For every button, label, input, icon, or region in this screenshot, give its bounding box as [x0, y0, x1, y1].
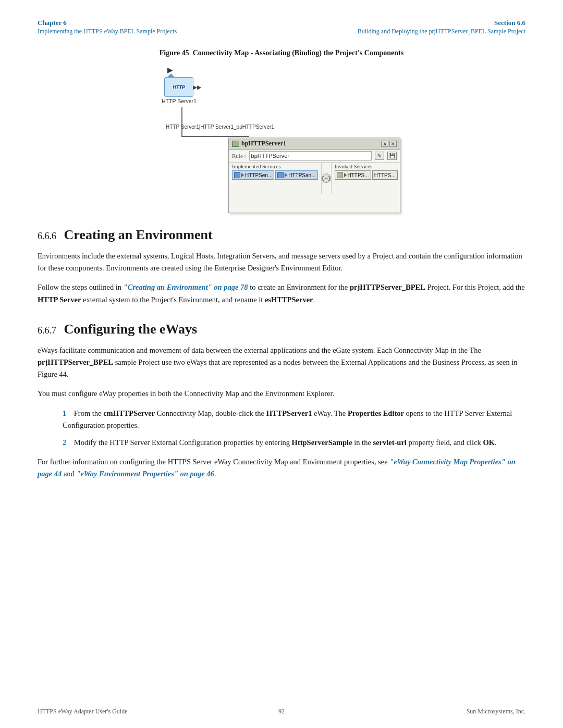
- impl-service-icon-2: [277, 172, 284, 178]
- footer-right: Sun Microsystems, Inc.: [467, 708, 525, 715]
- http-server-node: ▶ HTTP ▶▶ HTTP Server1: [162, 72, 197, 104]
- impl-services-header: Implemented Services: [232, 164, 318, 169]
- impl-services-list: HTTPSen... HTTPSan...: [232, 170, 318, 181]
- figure-label: Figure 45 Connectivity Map - Associating…: [160, 49, 403, 57]
- eway-environment-link[interactable]: "eWay Environment Properties" on page 46: [77, 470, 214, 478]
- impl-service-label-2: HTTPSan...: [288, 172, 315, 178]
- invoked-services-header: Invoked Services: [335, 164, 398, 169]
- figure-caption: Figure 45 Connectivity Map - Associating…: [38, 49, 525, 57]
- section-666-title: Creating an Environment: [64, 227, 213, 242]
- list-item-2: 2 Modify the HTTP Server External Config…: [63, 437, 525, 449]
- rule-btn2[interactable]: 💾: [387, 152, 397, 160]
- section-666-number: 6.6.6: [38, 231, 56, 241]
- bpel-panel: bpHTTPServer1 ∧ ✕ Rule : ✎ 💾: [228, 138, 400, 213]
- implemented-services-col: Implemented Services HTTPSen...: [229, 163, 322, 194]
- rule-input[interactable]: [249, 151, 372, 161]
- invoked-service-icon-1: [337, 172, 343, 178]
- ordered-list: 1 From the cmHTTPServer Connectivity Map…: [63, 408, 525, 449]
- invoked-service-arrow-1: [344, 173, 347, 177]
- page-footer: HTTPS eWay Adapter User's Guide 92 Sun M…: [0, 708, 563, 715]
- impl-service-arrow-1: [241, 173, 244, 177]
- rule-btn1[interactable]: ✎: [375, 152, 384, 160]
- middle-btn[interactable]: {↔}: [322, 163, 331, 194]
- bpel-icon: [232, 141, 239, 147]
- chapter-subtitle: Implementing the HTTPS eWay BPEL Sample …: [38, 28, 177, 35]
- middle-circle: {↔}: [322, 174, 331, 183]
- chapter-label: Chapter 6: [38, 19, 177, 27]
- rule-label: Rule :: [232, 153, 246, 159]
- http-icon: HTTP ▶▶: [164, 77, 193, 97]
- section-667-para2: You must configure eWay properties in bo…: [38, 388, 525, 400]
- bpel-rule-row: Rule : ✎ 💾: [229, 150, 400, 163]
- section-667-para1: eWays facilitate communication and movem…: [38, 344, 525, 381]
- impl-service-arrow-2: [285, 173, 287, 177]
- footer-left: HTTPS eWay Adapter User's Guide: [38, 708, 128, 715]
- bpel-minimize-btn[interactable]: ∧: [381, 141, 388, 147]
- bpel-title-bar: bpHTTPServer1 ∧ ✕: [229, 138, 400, 150]
- header-right: Section 6.6 Building and Deploying the p…: [358, 19, 525, 35]
- invoked-service-item-1: HTTPS...: [335, 170, 371, 180]
- invoked-service-label-2: HTTPS...: [374, 172, 396, 178]
- main-content: Figure 45 Connectivity Map - Associating…: [0, 40, 563, 519]
- section-subtitle: Building and Deploying the prjHTTPServer…: [358, 28, 525, 35]
- connection-label: HTTP Server1|HTTP Server1_bpHTTPServer1: [166, 124, 274, 130]
- footer-center: 92: [278, 708, 285, 715]
- connector-h1: [181, 136, 249, 137]
- invoked-services-col: Invoked Services HTTPS... HTTPS...: [331, 163, 401, 194]
- section-666-para1: Environments include the external system…: [38, 250, 525, 274]
- panel-bottom: [229, 194, 400, 213]
- section-667-heading: 6.6.7 Configuring the eWays: [38, 322, 525, 337]
- bpel-title: bpHTTPServer1: [241, 140, 286, 147]
- page: Chapter 6 Implementing the HTTPS eWay BP…: [0, 0, 563, 728]
- section-666-para2: Follow the steps outlined in "Creating a…: [38, 281, 525, 305]
- invoked-service-label-1: HTTPS...: [348, 172, 369, 178]
- impl-service-item-2: HTTPSan...: [275, 170, 317, 180]
- section-label: Section 6.6: [358, 19, 525, 27]
- impl-service-label-1: HTTPSen...: [245, 172, 272, 178]
- diagram-container: ▶ HTTP ▶▶ HTTP Server1: [151, 66, 412, 212]
- services-area: Implemented Services HTTPSen...: [229, 163, 400, 194]
- invoked-service-item-2: HTTPS...: [372, 170, 398, 180]
- impl-service-icon-1: [234, 172, 240, 178]
- bpel-close-btn[interactable]: ✕: [389, 141, 397, 147]
- section-667-number: 6.6.7: [38, 325, 56, 336]
- section-666-heading: 6.6.6 Creating an Environment: [38, 227, 525, 243]
- section-667-title: Configuring the eWays: [64, 322, 198, 337]
- page-header: Chapter 6 Implementing the HTTPS eWay BP…: [0, 0, 563, 40]
- creating-env-link[interactable]: "Creating an Environment" on page 78: [124, 283, 248, 291]
- invoked-services-list: HTTPS... HTTPS...: [335, 170, 398, 181]
- section-667-para3: For further information on configuring t…: [38, 456, 525, 480]
- node-label: HTTP Server1: [162, 98, 197, 104]
- list-item-1: 1 From the cmHTTPServer Connectivity Map…: [63, 408, 525, 431]
- header-left: Chapter 6 Implementing the HTTPS eWay BP…: [38, 19, 177, 35]
- impl-service-item-1: HTTPSen...: [232, 170, 274, 180]
- connector-v1: [181, 107, 182, 136]
- figure-area: ▶ HTTP ▶▶ HTTP Server1: [38, 66, 525, 212]
